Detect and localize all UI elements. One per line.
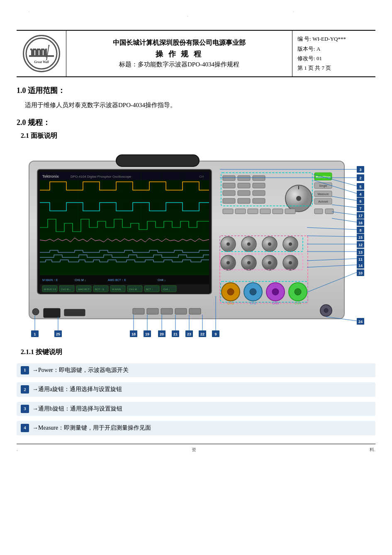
svg-text:Single: Single — [319, 184, 327, 188]
svg-point-76 — [226, 261, 230, 264]
key-number-2: 2 — [21, 385, 29, 394]
svg-rect-108 — [238, 183, 250, 188]
svg-text:19: 19 — [145, 332, 149, 336]
svg-text:CH1  M ↓: CH1 M ↓ — [75, 279, 86, 281]
svg-text:5: 5 — [359, 185, 361, 189]
svg-rect-120 — [248, 209, 258, 214]
revision-line: 修改号: 01 — [297, 54, 370, 63]
svg-text:8: 8 — [359, 228, 361, 232]
svg-rect-123 — [285, 209, 295, 214]
svg-rect-105 — [238, 176, 250, 181]
svg-point-67 — [226, 242, 230, 246]
svg-rect-124 — [314, 209, 323, 214]
svg-rect-119 — [235, 209, 246, 214]
svg-rect-107 — [223, 183, 235, 188]
key-number-3: 3 — [21, 405, 29, 413]
svg-rect-6 — [37, 49, 39, 50]
svg-text:20: 20 — [160, 332, 164, 336]
svg-text:DPO-4104  Digital Phosphor Osc: DPO-4104 Digital Phosphor Oscilloscope — [71, 175, 131, 178]
svg-rect-127 — [44, 308, 60, 318]
svg-text:22: 22 — [200, 332, 205, 336]
svg-rect-132 — [175, 308, 187, 314]
oscilloscope-diagram: Tektronix DPO-4104 Digital Phosphor Osci… — [17, 144, 382, 344]
logo-area: Great Wall — [17, 31, 66, 76]
subsection21-title: 2.1 面板说明 — [21, 132, 375, 140]
svg-text:M  MAIN ↑ E: M MAIN ↑ E — [42, 279, 58, 281]
key-item-1: 1 →Power：即电源键，示波器电源开关 — [17, 363, 375, 377]
svg-point-71 — [268, 242, 271, 246]
svg-rect-121 — [260, 209, 270, 214]
svg-rect-4 — [35, 49, 39, 55]
logo-svg: Great Wall — [25, 37, 58, 70]
key-text-2: →通用a旋钮：通用选择与设置旋钮 — [32, 385, 371, 394]
svg-text:CH1  M ↓: CH1 M ↓ — [61, 288, 71, 291]
key-item-2: 2 →通用a旋钮：通用选择与设置旋钮 — [17, 382, 375, 396]
doc-number-value: WI-ED-YQ*** — [312, 36, 346, 42]
svg-point-135 — [324, 308, 328, 313]
svg-point-85 — [227, 289, 234, 295]
svg-text:BCT  ↑: BCT ↑ — [146, 288, 153, 291]
svg-text:18: 18 — [131, 332, 136, 336]
key-descriptions: 1 →Power：即电源键，示波器电源开关 2 →通用a旋钮：通用选择与设置旋钮… — [17, 363, 375, 435]
svg-text:12: 12 — [358, 243, 363, 247]
revision-label: 修改号: — [297, 55, 315, 61]
svg-rect-129 — [133, 308, 144, 314]
svg-rect-7 — [39, 49, 43, 55]
svg-rect-104 — [223, 176, 235, 181]
subsection211-title: 2.1.1 按键说明 — [21, 348, 375, 357]
svg-text:AMG  BCT ↑ E: AMG BCT ↑ E — [108, 279, 126, 281]
svg-text:4: 4 — [359, 192, 361, 196]
footer-left: . — [17, 447, 18, 453]
svg-text:24: 24 — [358, 320, 363, 324]
svg-point-82 — [289, 261, 292, 264]
key-item-4: 4 →Measure：即测量键，用于开启测量操作见面 — [17, 421, 375, 435]
svg-rect-112 — [253, 191, 265, 196]
section1-title: 1.0 适用范围： — [17, 86, 375, 95]
key-number-1: 1 — [21, 366, 29, 374]
svg-point-80 — [268, 261, 271, 264]
svg-rect-133 — [189, 308, 201, 314]
svg-rect-3 — [33, 49, 34, 50]
svg-point-73 — [289, 242, 292, 246]
svg-text:M MAIN: M MAIN — [112, 288, 121, 291]
page-info: 第 1 页 共 7 页 — [297, 63, 370, 73]
key-text-1: →Power：即电源键，示波器电源开关 — [32, 366, 371, 375]
svg-text:CH1  M: CH1 M — [129, 288, 137, 291]
svg-text:Tektronix: Tektronix — [42, 174, 59, 178]
svg-rect-115 — [253, 198, 265, 203]
svg-point-91 — [272, 289, 279, 295]
svg-rect-1 — [31, 49, 34, 55]
svg-rect-125 — [325, 209, 334, 214]
svg-rect-114 — [238, 198, 250, 203]
section2-title: 2.0 规程： — [17, 117, 375, 127]
svg-text:25: 25 — [56, 332, 60, 336]
version-value: A — [317, 46, 320, 52]
svg-text:9: 9 — [214, 332, 217, 336]
svg-rect-130 — [147, 308, 158, 314]
top-decoration: . . . — [17, 8, 375, 17]
footer-right: 料. — [370, 447, 375, 453]
svg-text:16: 16 — [358, 221, 363, 225]
svg-rect-8 — [39, 49, 40, 50]
svg-text:CH4  ↓: CH4 ↓ — [163, 288, 170, 291]
key-item-3: 3 →通用b旋钮：通用选择与设置旋钮 — [17, 402, 375, 416]
svg-text:Autoset: Autoset — [318, 200, 328, 203]
svg-point-78 — [247, 261, 251, 264]
svg-text:14: 14 — [358, 264, 363, 268]
svg-rect-109 — [253, 183, 265, 188]
svg-text:3: 3 — [359, 168, 361, 172]
doc-number-label: 编 号: — [297, 36, 311, 42]
company-logo: Great Wall — [23, 35, 60, 72]
doc-title: 标题：多功能数字示波器DPO-4034操作规程 — [119, 61, 239, 68]
svg-rect-21 — [40, 172, 209, 291]
svg-rect-113 — [223, 198, 235, 203]
svg-rect-10 — [44, 49, 47, 55]
version-line: 版本号: A — [297, 44, 370, 54]
svg-point-88 — [250, 289, 256, 295]
oscilloscope-svg: Tektronix DPO-4104 Digital Phosphor Osci… — [17, 144, 382, 344]
svg-text:11: 11 — [358, 257, 363, 262]
company-name: 中国长城计算机深圳股份有限公司电源事业部 — [113, 39, 246, 47]
svg-rect-122 — [273, 209, 283, 214]
svg-text:15: 15 — [358, 235, 363, 240]
svg-text:17: 17 — [358, 214, 363, 218]
